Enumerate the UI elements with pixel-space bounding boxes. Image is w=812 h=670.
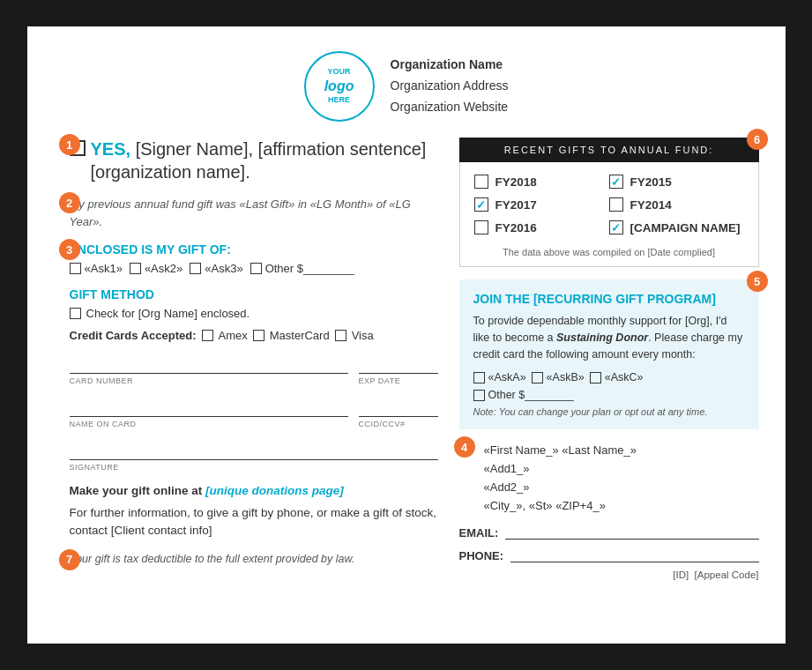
fy2016-checkbox[interactable] bbox=[474, 220, 488, 234]
aska-label: «AskA» bbox=[488, 371, 526, 383]
tax-text: Your gift is tax deductible to the full … bbox=[70, 553, 438, 565]
fy2014-checkbox[interactable] bbox=[609, 197, 623, 212]
step3-badge: 3 bbox=[59, 239, 80, 260]
other-recurring-option: Other $________ bbox=[473, 389, 574, 401]
other-option: Other $________ bbox=[250, 262, 354, 275]
fy2015-checkbox[interactable]: ✓ bbox=[609, 175, 623, 189]
ccid-input[interactable] bbox=[359, 398, 438, 417]
fy2018-item: FY2018 bbox=[474, 175, 609, 189]
step5-badge: 5 bbox=[747, 271, 768, 292]
step6-badge: 6 bbox=[747, 129, 768, 150]
mastercard-label: MasterCard bbox=[270, 329, 330, 342]
visa-label: Visa bbox=[352, 329, 374, 342]
signature-label: SIGNATURE bbox=[70, 463, 438, 472]
visa-checkbox[interactable] bbox=[335, 330, 346, 341]
step2-badge: 2 bbox=[59, 192, 80, 213]
step6-block: 6 RECENT GIFTS TO ANNUAL FUND: FY2018 ✓ … bbox=[459, 138, 759, 267]
gift-method-title: GIFT METHOD bbox=[70, 287, 438, 302]
fy2014-item: FY2014 bbox=[609, 197, 744, 212]
ask1-checkbox[interactable] bbox=[70, 263, 81, 274]
step3-block: 3 ENCLOSED IS MY GIFT OF: «Ask1» «Ask2» … bbox=[70, 242, 438, 540]
campaign-checkbox[interactable]: ✓ bbox=[609, 220, 623, 234]
email-field-row: EMAIL: bbox=[459, 524, 759, 540]
logo: YOUR logo HERE bbox=[304, 51, 375, 122]
step4-block: 4 «First Name_» «Last Name_» «Add1_» «Ad… bbox=[459, 442, 759, 580]
make-gift-text: Make your gift online at [unique donatio… bbox=[70, 484, 438, 497]
campaign-label: [CAMPAIGN NAME] bbox=[630, 221, 741, 234]
exp-date-input[interactable] bbox=[359, 354, 438, 374]
signature-input[interactable] bbox=[70, 441, 438, 460]
ask3-checkbox[interactable] bbox=[190, 263, 201, 274]
check-label: Check for [Org Name] enclosed. bbox=[86, 307, 250, 320]
card-number-field: CARD NUMBER bbox=[70, 354, 348, 385]
email-input[interactable] bbox=[505, 524, 758, 540]
other-checkbox[interactable] bbox=[250, 263, 262, 274]
step4-badge: 4 bbox=[454, 436, 475, 458]
card-number-input[interactable] bbox=[70, 354, 348, 374]
gift-amounts: «Ask1» «Ask2» «Ask3» Other $________ bbox=[70, 262, 438, 275]
other-recurring-checkbox[interactable] bbox=[473, 390, 485, 401]
org-address: Organization Address bbox=[391, 76, 509, 97]
askc-label: «AskC» bbox=[605, 371, 644, 383]
note-text: Note: You can change your plan or opt ou… bbox=[473, 406, 745, 417]
ask3-label: «Ask3» bbox=[205, 262, 242, 275]
fy2014-label: FY2014 bbox=[630, 198, 672, 212]
fy2018-label: FY2018 bbox=[495, 175, 537, 189]
address-line2: «Add1_» bbox=[484, 460, 759, 479]
appeal-code-text: [Appeal Code] bbox=[695, 570, 759, 580]
name-on-card-label: NAME ON CARD bbox=[70, 420, 348, 428]
yes-text: YES, [Signer Name], [affirmation sentenc… bbox=[91, 138, 438, 183]
aska-checkbox[interactable] bbox=[473, 372, 485, 383]
step1-block: 1 ✓ YES, [Signer Name], [affirmation sen… bbox=[70, 138, 438, 183]
phone-field-row: PHONE: bbox=[459, 547, 759, 562]
fy2015-label: FY2015 bbox=[630, 175, 672, 189]
askc-checkbox[interactable] bbox=[590, 372, 601, 383]
askc-option: «AskC» bbox=[590, 371, 644, 383]
exp-date-label: EXP DATE bbox=[359, 376, 438, 385]
askb-checkbox[interactable] bbox=[532, 372, 543, 383]
step1-badge: 1 bbox=[59, 134, 80, 155]
other-label: Other $________ bbox=[265, 262, 354, 275]
phone-label: PHONE: bbox=[459, 549, 504, 562]
org-name: Organization Name bbox=[391, 55, 509, 76]
fy2017-label: FY2017 bbox=[495, 198, 537, 212]
fy2015-item: ✓ FY2015 bbox=[609, 175, 744, 189]
step2-text: My previous annual fund gift was «Last G… bbox=[70, 196, 438, 230]
phone-input[interactable] bbox=[510, 547, 758, 562]
ccid-label: CCID/CCV# bbox=[359, 420, 438, 428]
ask2-checkbox[interactable] bbox=[130, 263, 141, 274]
fy2016-item: FY2016 bbox=[474, 220, 609, 234]
step7-badge: 7 bbox=[59, 549, 80, 570]
other-recurring-label: Other $________ bbox=[488, 389, 574, 401]
amex-checkbox[interactable] bbox=[202, 330, 213, 341]
fy2018-checkbox[interactable] bbox=[474, 175, 488, 189]
address-line4: «City_», «St» «ZIP+4_» bbox=[484, 497, 759, 516]
fy2017-checkbox[interactable]: ✓ bbox=[474, 197, 488, 212]
mastercard-checkbox[interactable] bbox=[253, 330, 264, 341]
yes-rest: [Signer Name], [affirmation sentence] [o… bbox=[91, 139, 427, 182]
card-number-row: CARD NUMBER EXP DATE bbox=[70, 354, 438, 385]
ask3-option: «Ask3» bbox=[190, 262, 242, 275]
signature-row: SIGNATURE bbox=[70, 441, 438, 472]
id-text: [ID] bbox=[673, 570, 689, 580]
ask1-option: «Ask1» bbox=[70, 262, 123, 275]
org-website: Organization Website bbox=[391, 97, 509, 118]
address-line3: «Add2_» bbox=[484, 479, 759, 497]
sustaining-donor: Sustaining Donor bbox=[556, 331, 648, 344]
name-row: NAME ON CARD CCID/CCV# bbox=[70, 398, 438, 428]
ccid-field: CCID/CCV# bbox=[359, 398, 438, 428]
name-on-card-input[interactable] bbox=[70, 398, 348, 417]
header: YOUR logo HERE Organization Name Organiz… bbox=[54, 51, 759, 122]
yes-bold: YES, bbox=[91, 139, 131, 159]
email-label: EMAIL: bbox=[459, 526, 499, 540]
check-option: Check for [Org Name] enclosed. bbox=[70, 307, 438, 320]
card-number-label: CARD NUMBER bbox=[70, 376, 348, 385]
recent-gifts-header: RECENT GIFTS TO ANNUAL FUND: bbox=[459, 138, 759, 162]
make-gift-link[interactable]: [unique donations page] bbox=[205, 484, 344, 497]
campaign-item: ✓ [CAMPAIGN NAME] bbox=[609, 220, 744, 234]
credit-bold: Credit Cards Accepted: bbox=[70, 329, 197, 342]
recent-gifts-body: FY2018 ✓ FY2015 ✓ FY2017 bbox=[459, 162, 759, 267]
fy2016-label: FY2016 bbox=[495, 221, 537, 234]
fy-grid: FY2018 ✓ FY2015 ✓ FY2017 bbox=[474, 175, 744, 234]
check-checkbox[interactable] bbox=[70, 308, 81, 319]
